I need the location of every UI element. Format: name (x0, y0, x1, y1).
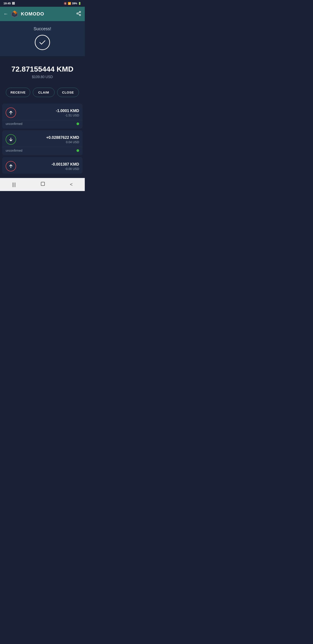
claim-button[interactable]: CLAIM (33, 88, 54, 97)
svg-point-6 (77, 13, 78, 14)
action-buttons: RECEIVE CLAIM CLOSE (0, 86, 85, 104)
menu-nav-icon[interactable]: ||| (12, 182, 16, 187)
tx-usd-amount: -1.51 USD (56, 114, 79, 117)
success-banner: Success! (0, 21, 85, 56)
close-button[interactable]: CLOSE (57, 88, 79, 97)
battery-icon: 🔋 (78, 2, 81, 5)
tx-top-row: -1.0001 KMD -1.51 USD (2, 104, 83, 120)
header-title: KOMODO (21, 11, 44, 17)
header-left: ← KOMODO (3, 10, 44, 18)
tx-kmd-amount: -0.001387 KMD (51, 162, 79, 167)
success-text: Success! (33, 26, 51, 31)
tx-status: unconfirmed (6, 149, 22, 152)
tx-usd-amount: 0.04 USD (46, 140, 79, 144)
balance-kmd: 72.87155444 KMD (11, 65, 73, 73)
status-right: 🔇 📶 39% 🔋 (64, 2, 81, 5)
tx-confirmed-dot (76, 122, 79, 125)
tx-amounts: +0.02887622 KMD 0.04 USD (46, 135, 79, 144)
back-nav-icon[interactable]: < (70, 182, 73, 187)
tx-amounts: -1.0001 KMD -1.51 USD (56, 108, 79, 117)
balance-usd: $109.80 USD (32, 75, 53, 79)
receive-button[interactable]: RECEIVE (6, 88, 30, 97)
signal-icon: 📶 (68, 2, 71, 5)
tx-kmd-amount: -1.0001 KMD (56, 108, 79, 113)
home-nav-icon[interactable] (40, 181, 46, 188)
transaction-item[interactable]: -1.0001 KMD -1.51 USD unconfirmed (2, 104, 83, 128)
send-icon (6, 161, 16, 172)
mute-icon: 🔇 (64, 2, 67, 5)
svg-line-9 (78, 12, 79, 13)
transaction-item[interactable]: -0.001387 KMD -0.00 USD (2, 157, 83, 174)
svg-rect-13 (41, 182, 44, 186)
tx-confirmed-dot (76, 149, 79, 152)
svg-point-5 (79, 11, 81, 12)
status-left: 19:45 🖼 (3, 2, 15, 5)
transaction-item[interactable]: +0.02887622 KMD 0.04 USD unconfirmed (2, 130, 83, 155)
tx-kmd-amount: +0.02887622 KMD (46, 135, 79, 140)
transactions-list: -1.0001 KMD -1.51 USD unconfirmed +0.028… (0, 104, 85, 174)
svg-point-7 (79, 14, 81, 16)
share-button[interactable] (76, 11, 81, 17)
receive-icon (6, 134, 16, 145)
tx-top-row: +0.02887622 KMD 0.04 USD (2, 130, 83, 147)
tx-usd-amount: -0.00 USD (51, 167, 79, 170)
header: ← KOMODO (0, 7, 85, 21)
logo-icon (10, 10, 19, 18)
tx-bottom-row: unconfirmed (2, 147, 83, 155)
tx-bottom-row: unconfirmed (2, 120, 83, 128)
share-icon (76, 11, 81, 16)
balance-section: 72.87155444 KMD $109.80 USD (0, 56, 85, 86)
back-button[interactable]: ← (3, 11, 8, 17)
gallery-icon: 🖼 (12, 2, 15, 5)
checkmark-icon (38, 38, 47, 47)
komodo-logo (10, 10, 19, 18)
battery-level: 39% (72, 2, 77, 5)
tx-top-row: -0.001387 KMD -0.00 USD (2, 157, 83, 174)
svg-line-8 (78, 14, 79, 14)
status-time: 19:45 (3, 2, 11, 5)
status-bar: 19:45 🖼 🔇 📶 39% 🔋 (0, 0, 85, 7)
tx-amounts: -0.001387 KMD -0.00 USD (51, 162, 79, 170)
send-icon (6, 108, 16, 118)
tx-status: unconfirmed (6, 122, 22, 126)
success-check-circle (35, 35, 50, 50)
bottom-navigation: ||| < (0, 178, 85, 191)
